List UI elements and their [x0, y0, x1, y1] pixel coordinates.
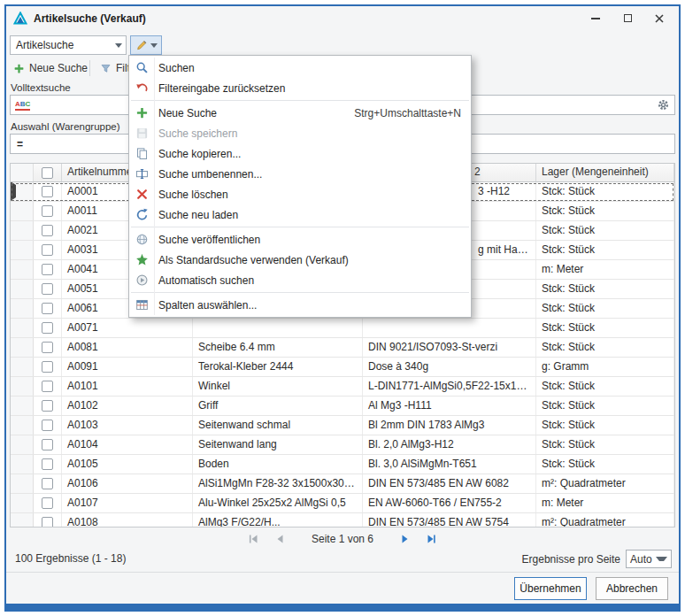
dialog-button-row: Übernehmen Abbrechen [6, 572, 679, 604]
row-checkbox[interactable] [42, 497, 53, 509]
row-checkbox[interactable] [42, 225, 53, 236]
minimize-icon [591, 18, 600, 19]
chevron-down-icon [115, 43, 122, 48]
results-per-page: Ergebnisse pro Seite Auto [522, 550, 672, 568]
window-title: Artikelsuche (Verkauf) [34, 12, 580, 25]
table-row[interactable]: A0105 Boden Bl. 3,0 AlSiMgMn-T651 Stck: … [11, 455, 674, 474]
cancel-button[interactable]: Abbrechen [596, 577, 668, 600]
menu-shortcut: Strg+Umschalttaste+N [338, 107, 461, 119]
table-row[interactable]: A0104 Seitenwand lang Bl. 2,0 AlMg3-H12 … [11, 435, 674, 455]
page-indicator: Seite 1 von 6 [312, 533, 373, 545]
row-checkbox[interactable] [42, 517, 53, 527]
menu-item-suchen[interactable]: Suchen [130, 58, 470, 78]
menu-separator [131, 227, 469, 227]
menu-item-suche-veroeffentlichen[interactable]: Suche veröffentlichen [130, 229, 470, 250]
last-page-button[interactable] [423, 531, 439, 547]
dialog-content: Artikelsuche Neue Suche Filter a Volltex… [6, 30, 679, 604]
new-search-button[interactable]: Neue Suche [8, 58, 93, 78]
results-per-page-select[interactable]: Auto [626, 550, 672, 568]
last-page-icon [426, 534, 437, 544]
menu-item-neue-suche[interactable]: Neue Suche Strg+Umschalttaste+N [130, 103, 470, 123]
row-checkbox[interactable] [42, 283, 53, 295]
pencil-icon [135, 39, 148, 51]
app-logo-icon [13, 12, 27, 26]
row-checkbox[interactable] [42, 342, 53, 353]
table-row[interactable]: A0108 AlMg3 F/G22/H... DIN EN 573/485 EN… [11, 513, 674, 527]
row-checkbox[interactable] [42, 264, 53, 275]
chevron-down-icon [150, 43, 158, 48]
title-bar: Artikelsuche (Verkauf) [6, 6, 679, 30]
search-icon [135, 61, 149, 75]
table-row[interactable]: A0101 Winkel L-DIN1771-AlMgSi0,5F22-15x1… [11, 377, 674, 397]
row-checkbox[interactable] [42, 478, 53, 489]
row-checkbox[interactable] [42, 439, 53, 450]
search-selector-value: Artikelsuche [16, 39, 115, 51]
search-selector-combobox[interactable]: Artikelsuche [10, 35, 127, 55]
menu-item-suche-umbenennen[interactable]: Suche umbenennen... [130, 164, 470, 184]
operator-equals[interactable]: = [15, 138, 25, 150]
default-search-icon [135, 253, 149, 267]
row-checkbox[interactable] [42, 205, 53, 217]
new-search-icon [135, 106, 149, 120]
row-checkbox[interactable] [42, 458, 53, 470]
table-row[interactable]: A0091 Terokal-Kleber 2444 Dose à 340g g:… [11, 358, 674, 377]
table-row[interactable]: A0102 Griff Al Mg3 -H111 Stck: Stück [11, 397, 674, 416]
previous-page-button[interactable] [273, 531, 289, 547]
reset-filter-icon [135, 81, 149, 96]
row-checkbox[interactable] [42, 400, 53, 412]
auto-search-icon [135, 273, 149, 288]
results-per-page-value: Auto [630, 553, 652, 566]
minimize-button[interactable] [580, 8, 612, 28]
next-page-button[interactable] [396, 531, 412, 547]
delete-icon [135, 188, 149, 202]
filter-icon [100, 63, 112, 74]
row-checkbox[interactable] [42, 381, 53, 392]
row-checkbox[interactable] [42, 420, 53, 431]
first-page-button[interactable] [246, 531, 262, 547]
column-header-lager[interactable]: Lager (Mengeneinheit) [536, 164, 674, 181]
menu-item-suche-kopieren[interactable]: Suche kopieren... [130, 143, 470, 164]
row-checkbox[interactable] [42, 186, 53, 197]
plus-icon [13, 63, 25, 74]
row-checkbox[interactable] [42, 303, 53, 314]
first-page-icon [248, 534, 259, 544]
next-page-icon [399, 534, 410, 544]
select-all-checkbox[interactable] [42, 167, 53, 179]
maximize-button[interactable] [612, 8, 643, 28]
close-icon [654, 13, 665, 24]
reload-icon [135, 208, 149, 222]
previous-page-icon [275, 534, 286, 544]
header-checkbox-cell[interactable] [34, 164, 62, 181]
table-row[interactable]: A0103 Seitenwand schmal Bl 2mm DIN 1783 … [11, 416, 674, 435]
menu-item-suche-neu-laden[interactable]: Suche neu laden [130, 204, 470, 225]
row-checkbox[interactable] [42, 322, 53, 334]
menu-item-suche-speichern[interactable]: Suche speichern [130, 123, 470, 143]
pagination-bar: Seite 1 von 6 [10, 527, 675, 551]
apply-button[interactable]: Übernehmen [514, 577, 587, 600]
menu-item-spalten-auswaehlen[interactable]: Spalten auswählen... [130, 295, 470, 315]
row-checkbox[interactable] [42, 244, 53, 256]
results-count: 100 Ergebnisse (1 - 18) [15, 552, 126, 565]
rename-icon [135, 167, 149, 181]
menu-item-suche-loeschen[interactable]: Suche löschen [130, 184, 470, 204]
gear-icon[interactable] [657, 98, 670, 112]
menu-item-filtereingabe-zuruecksetzen[interactable]: Filtereingabe zurücksetzen [130, 78, 470, 98]
maximize-icon [624, 14, 632, 22]
current-row-indicator [11, 182, 16, 201]
table-row[interactable]: A0107 Alu-Winkel 25x25x2 AlMgSi 0,5 EN A… [11, 494, 674, 513]
toolbar-separator [89, 60, 90, 76]
row-checkbox[interactable] [42, 361, 53, 373]
fulltext-search-label: Volltextsuche [11, 82, 71, 93]
table-row[interactable]: A0106 AlSi1MgMn F28-32 3x1500x3000 GF DI… [11, 474, 674, 494]
table-row[interactable]: A0081 Scheibe 6.4 mm DIN 9021/ISO7093-St… [11, 338, 674, 358]
menu-separator [131, 292, 469, 293]
close-button[interactable] [643, 8, 675, 28]
copy-icon [135, 147, 149, 161]
publish-icon [135, 233, 149, 247]
save-icon [135, 127, 149, 141]
edit-search-menu-button[interactable] [130, 35, 162, 55]
menu-item-als-standardsuche-verwenden[interactable]: Als Standardsuche verwenden (Verkauf) [130, 250, 470, 270]
table-row[interactable]: A0071 Stck: Stück [11, 319, 674, 338]
menu-item-automatisch-suchen[interactable]: Automatisch suchen [130, 270, 470, 290]
choose-columns-icon [135, 298, 149, 312]
